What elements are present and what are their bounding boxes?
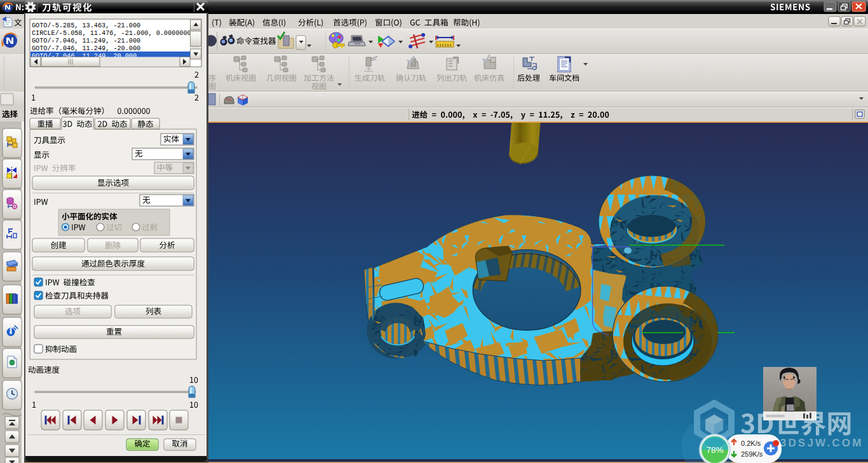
svg-text:78%: 78% xyxy=(706,445,723,455)
svg-text:CIRCLE/-5.058, 11.476, -21.000: CIRCLE/-5.058, 11.476, -21.000, 0.000000… xyxy=(32,30,210,37)
svg-text:259K/s: 259K/s xyxy=(741,450,763,458)
svg-text:GOTO/-7.046, 11.249, -20.000: GOTO/-7.046, 11.249, -20.000 xyxy=(32,45,140,52)
svg-text:GOTO/-5.285, 13.463, -21.000: GOTO/-5.285, 13.463, -21.000 xyxy=(32,22,140,29)
svg-text:GOTO/-7.046, 11.249, -21.000: GOTO/-7.046, 11.249, -21.000 xyxy=(32,38,140,45)
svg-text:0.2K/s: 0.2K/s xyxy=(741,439,761,447)
